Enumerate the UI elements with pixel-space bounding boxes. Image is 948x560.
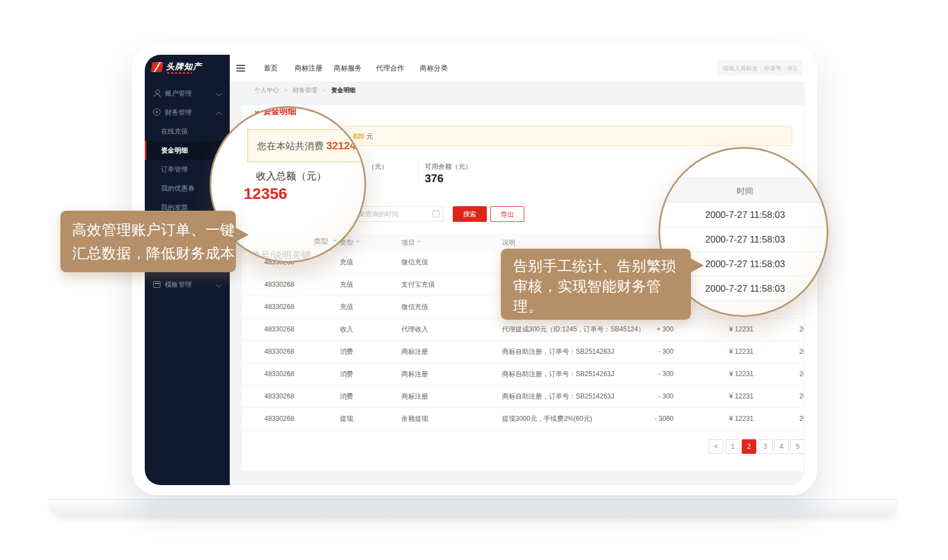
stat-balance-value: 376 xyxy=(425,172,443,185)
stat-expense-unit-label: （元） xyxy=(368,162,388,172)
export-button[interactable]: 导出 xyxy=(490,206,524,222)
cell-amount: + 300 xyxy=(657,319,674,340)
pagination-prev[interactable]: < xyxy=(709,439,723,454)
pagination-page-3[interactable]: 3 xyxy=(758,439,772,454)
stat-divider xyxy=(418,161,419,187)
cell-time: 2000-7-27 11:58:03 xyxy=(799,386,804,407)
magnified-banner-text: 您在本站共消费 32124 xyxy=(257,140,356,153)
cell-amount: - 300 xyxy=(658,363,674,385)
breadcrumb-item[interactable]: 个人中心 xyxy=(254,87,279,93)
nav-trademark-register[interactable]: 商标注册 xyxy=(295,55,323,82)
cell-desc: 商标自助注册，订单号：SB2514263J xyxy=(502,363,614,385)
magnified-banner: 您在本站共消费 32124 xyxy=(247,129,366,163)
cell-order: 48330268 xyxy=(264,319,294,340)
breadcrumb-current: 资金明细 xyxy=(331,87,356,93)
sidebar-item-templates[interactable]: 模板管理 xyxy=(145,275,230,294)
brand-flag-icon xyxy=(151,62,164,72)
cell-project: 支付宝充值 xyxy=(401,274,435,296)
nav-agent-coop[interactable]: 代理合作 xyxy=(376,55,404,82)
calendar-icon[interactable] xyxy=(432,211,439,217)
finance-icon: ¥ xyxy=(153,108,160,116)
pagination-page-4[interactable]: 4 xyxy=(774,439,789,454)
cell-amount: - 300 xyxy=(658,341,674,363)
sidebar-item-label: 订单管理 xyxy=(161,160,188,179)
callout-text: 告别手工统计、告别繁琐 xyxy=(513,256,691,276)
pagination-page-5[interactable]: 5 xyxy=(790,439,804,454)
cell-type: 消费 xyxy=(340,363,353,385)
cell-project: 微信充值 xyxy=(401,296,428,318)
cell-time: 2000-7-27 11:58:03 xyxy=(799,319,804,340)
table-row: 48330268 消费 商标注册 商标自助注册，订单号：SB2514263J -… xyxy=(242,341,804,363)
pagination-page-1[interactable]: 1 xyxy=(726,439,740,454)
cell-balance: ¥ 12231 xyxy=(729,319,753,340)
table-row: 48330268 提现 余额提现 提现3000元，手续费2%(60元) - 30… xyxy=(242,408,804,430)
magnified-income-label: 收入总额（元） xyxy=(256,169,326,183)
cell-desc: 商标自助注册，订单号：SB2514263J xyxy=(502,386,614,407)
brand-subtext xyxy=(167,72,192,74)
callout-arrow-right-icon xyxy=(690,258,704,273)
sidebar-item-label: 在线充值 xyxy=(161,122,188,141)
search-button[interactable]: 搜索 xyxy=(453,206,487,222)
cell-desc: 商标自助注册，订单号：SB2514263J xyxy=(502,341,614,363)
banner-amount: 820 xyxy=(353,132,364,140)
cell-order: 48330268 xyxy=(264,341,294,363)
cell-balance: ¥ 12231 xyxy=(729,363,753,385)
sidebar-item-label: 模板管理 xyxy=(165,275,192,294)
cell-order: 48330268 xyxy=(264,386,294,407)
cell-type: 消费 xyxy=(340,341,353,363)
brand-title: 头牌知产 xyxy=(166,61,202,72)
cell-type: 充值 xyxy=(340,296,353,318)
cell-amount: - 300 xyxy=(658,386,674,407)
cell-project: 商标注册 xyxy=(401,386,428,407)
callout-text: 汇总数据，降低财务成本 xyxy=(72,241,236,265)
table-row: 48330268 消费 商标注册 商标自助注册，订单号：SB2514263J -… xyxy=(242,386,804,408)
cell-project: 微信充值 xyxy=(401,251,428,273)
cell-type: 消费 xyxy=(340,386,353,407)
table-row: 48330268 收入 代理收入 代理提成300元（ID:1245，订单号：SB… xyxy=(242,319,804,341)
sidebar-item-account[interactable]: 账户管理 xyxy=(145,84,230,103)
banner-tail-text: 820元 xyxy=(353,132,373,141)
cell-balance: ¥ 12231 xyxy=(729,408,753,430)
cell-type: 提现 xyxy=(340,408,353,430)
laptop-base xyxy=(48,499,899,516)
cell-order: 48330268 xyxy=(264,363,294,385)
header-project: 项目 xyxy=(401,234,421,251)
search-input[interactable] xyxy=(717,60,802,75)
callout-right: 告别手工统计、告别繁琐 审核，实现智能财务管 理。 xyxy=(501,249,691,320)
magnified-time-cell: 2000-7-27 11:58:03 xyxy=(660,203,828,227)
cell-desc: 代理提成300元（ID:1245，订单号：SB45124） xyxy=(502,319,644,340)
cell-balance: ¥ 12231 xyxy=(729,386,753,407)
sort-icon[interactable] xyxy=(356,241,359,244)
cell-time: 2000-7-27 11:58:03 xyxy=(799,408,804,430)
nav-trademark-category[interactable]: 商标分类 xyxy=(420,55,448,82)
sort-icon[interactable] xyxy=(418,241,421,244)
chevron-down-icon xyxy=(216,282,222,288)
sort-icon xyxy=(333,240,336,243)
template-icon xyxy=(153,281,160,288)
callout-text: 高效管理账户订单、一键 xyxy=(72,218,236,241)
callout-text: 审核，实现智能财务管 xyxy=(513,276,691,296)
cell-time: 2000-7-27 11:58:03 xyxy=(799,341,804,363)
cell-type: 充值 xyxy=(340,251,353,273)
magnified-banner-amount: 32124 xyxy=(326,140,356,151)
cell-type: 收入 xyxy=(340,319,353,340)
table-row: 48330268 消费 商标注册 商标自助注册，订单号：SB2514263J -… xyxy=(242,363,804,386)
callout-arrow-right-icon xyxy=(235,227,249,242)
breadcrumb-item[interactable]: 财务管理 xyxy=(293,87,317,93)
sidebar-item-recharge[interactable]: 在线充值 xyxy=(145,122,230,141)
breadcrumb-separator: > xyxy=(284,87,287,93)
stat-balance-label: 可用余额（元） xyxy=(425,162,472,172)
cell-balance: ¥ 12231 xyxy=(729,341,753,363)
cell-project: 余额提现 xyxy=(401,408,428,430)
cell-order: 48330268 xyxy=(264,274,294,296)
magnified-type-header: 类型 xyxy=(314,236,336,246)
nav-trademark-service[interactable]: 商标服务 xyxy=(334,55,362,82)
callout-left: 高效管理账户订单、一键 汇总数据，降低财务成本 xyxy=(60,211,236,272)
sidebar-item-finance[interactable]: ¥ 财务管理 xyxy=(145,103,230,122)
pagination-page-2-active[interactable]: 2 xyxy=(742,439,756,454)
hamburger-menu-icon[interactable] xyxy=(236,65,245,72)
sidebar-item-label: 资金明细 xyxy=(161,141,188,160)
chevron-down-icon xyxy=(216,91,222,97)
magnified-time-header: 时间 xyxy=(660,178,828,203)
nav-home[interactable]: 首页 xyxy=(264,55,278,82)
